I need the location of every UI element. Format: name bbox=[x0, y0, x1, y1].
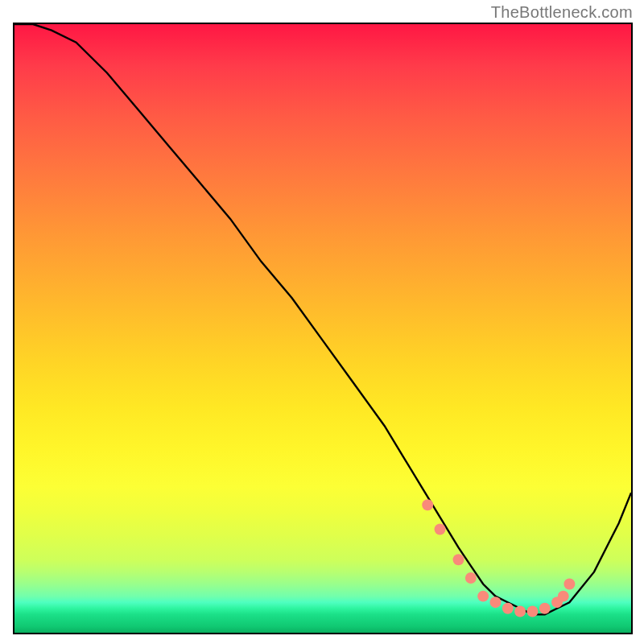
plot-area bbox=[13, 23, 633, 634]
data-marker bbox=[490, 597, 502, 608]
data-marker bbox=[558, 591, 569, 602]
data-marker bbox=[526, 606, 538, 617]
data-marker bbox=[435, 524, 446, 535]
data-marker bbox=[514, 606, 526, 617]
data-marker bbox=[502, 603, 514, 614]
chart-svg bbox=[14, 24, 631, 633]
chart-container: TheBottleneck.com bbox=[0, 0, 644, 644]
curve-markers bbox=[422, 499, 575, 617]
data-marker bbox=[453, 554, 464, 565]
curve-line bbox=[14, 24, 631, 614]
watermark-text: TheBottleneck.com bbox=[491, 3, 633, 22]
data-marker bbox=[564, 579, 575, 590]
data-marker bbox=[539, 603, 551, 614]
data-marker bbox=[465, 572, 477, 584]
data-marker bbox=[477, 591, 489, 602]
data-marker bbox=[422, 499, 433, 510]
data-marker bbox=[551, 597, 563, 608]
